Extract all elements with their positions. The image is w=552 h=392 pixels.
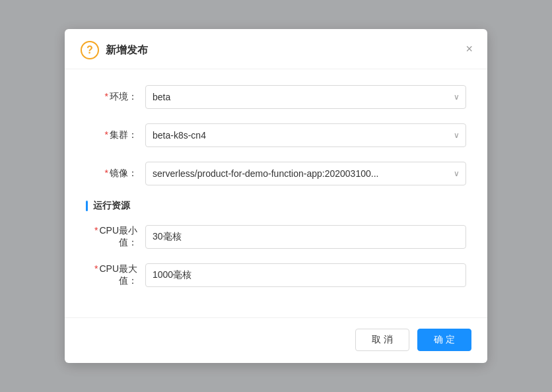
required-star-cpu-max: * (94, 263, 98, 274)
cpu-min-control (145, 225, 466, 249)
required-star-cpu-min: * (94, 225, 98, 236)
env-select[interactable]: beta (145, 85, 466, 109)
cpu-max-label: *CPU最大值： (86, 263, 145, 287)
cluster-select-wrapper: beta-k8s-cn4 ∨ (145, 123, 466, 147)
env-control: beta ∨ (145, 85, 466, 109)
cpu-max-input[interactable] (145, 263, 466, 287)
dialog-footer: 取 消 确 定 (65, 317, 487, 363)
section-label: 运行资源 (93, 200, 130, 212)
cpu-min-input[interactable] (145, 225, 466, 249)
env-select-wrapper: beta ∨ (145, 85, 466, 109)
dialog-header: ? 新增发布 × (65, 29, 487, 69)
env-label: *环境： (86, 91, 145, 103)
image-row: *镜像： serverless/product-for-demo-functio… (86, 162, 466, 185)
cluster-label: *集群： (86, 129, 145, 141)
cancel-button[interactable]: 取 消 (355, 329, 409, 351)
cpu-min-label: *CPU最小值： (86, 225, 145, 249)
dialog-overlay: ? 新增发布 × *环境： beta ∨ (0, 0, 552, 392)
section-bar (86, 201, 88, 211)
required-star-image: * (105, 168, 108, 178)
section-resources: 运行资源 (86, 200, 466, 212)
cpu-max-row: *CPU最大值： (86, 263, 466, 287)
required-star-cluster: * (105, 129, 108, 140)
env-row: *环境： beta ∨ (86, 85, 466, 109)
dialog-title: 新增发布 (106, 44, 148, 57)
cpu-max-control (145, 263, 466, 287)
close-button[interactable]: × (463, 40, 475, 57)
cpu-min-row: *CPU最小值： (86, 225, 466, 249)
cluster-control: beta-k8s-cn4 ∨ (145, 123, 466, 147)
image-select[interactable]: serverless/product-for-demo-function-app… (145, 162, 466, 185)
image-control: serverless/product-for-demo-function-app… (145, 162, 466, 185)
image-select-wrapper: serverless/product-for-demo-function-app… (145, 162, 466, 185)
confirm-button[interactable]: 确 定 (417, 329, 471, 351)
dialog-body: *环境： beta ∨ *集群： beta-k8s-cn4 ∨ (65, 69, 487, 317)
required-star-env: * (105, 91, 108, 102)
cluster-select[interactable]: beta-k8s-cn4 (145, 123, 466, 147)
question-icon: ? (81, 41, 99, 59)
cluster-row: *集群： beta-k8s-cn4 ∨ (86, 123, 466, 147)
image-label: *镜像： (86, 168, 145, 180)
dialog: ? 新增发布 × *环境： beta ∨ (65, 29, 487, 363)
